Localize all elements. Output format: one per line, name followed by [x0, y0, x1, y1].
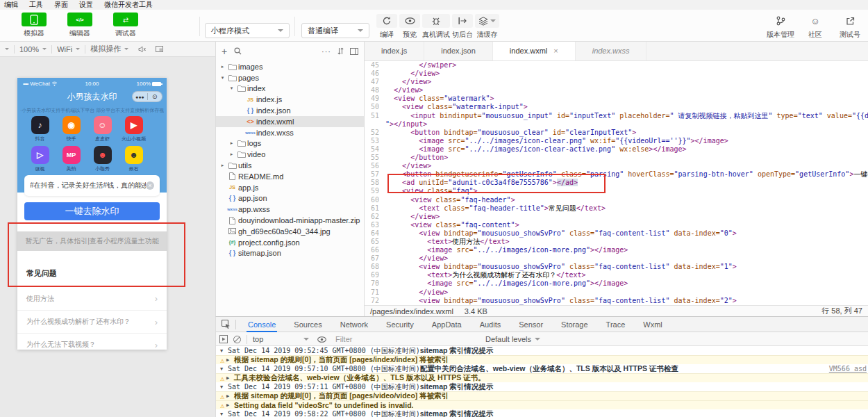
app-item[interactable]: ☺皮皮虾: [87, 116, 118, 142]
devtools-tab-security[interactable]: Security: [385, 317, 415, 332]
devtools-tab-console[interactable]: Console: [247, 317, 277, 332]
file-tree-item[interactable]: JSindex.js: [216, 94, 364, 105]
expand-icon[interactable]: ▶: [226, 402, 234, 408]
log-levels-select[interactable]: Default levels: [485, 332, 540, 346]
file-tree-item[interactable]: {#}project.config.json: [216, 237, 364, 248]
close-icon[interactable]: ×: [553, 42, 558, 60]
toolbar-button-remote-debug[interactable]: 真机调试: [422, 14, 450, 40]
toolbar-button-compile[interactable]: 编译: [376, 14, 397, 40]
app-item[interactable]: ▷微视: [24, 146, 56, 172]
toolbar-button-debugger[interactable]: ⇄调试器: [111, 13, 140, 38]
toolbar-button-version-manage[interactable]: 版本管理: [767, 14, 794, 40]
devtools-tab-storage[interactable]: Storage: [560, 317, 590, 332]
capsule-menu[interactable]: ●●● ⊙: [132, 91, 162, 102]
faq-item[interactable]: 为什么视频成功解析了还有水印？›: [17, 310, 167, 333]
video-link-input[interactable]: #在抖音，记录美好生活#钱，真的能改变生活 ×: [24, 175, 160, 196]
devtools-tab-network[interactable]: Network: [339, 317, 369, 332]
devtools-tab-wxml[interactable]: Wxml: [642, 317, 664, 332]
devtools-tab-audits[interactable]: Audits: [478, 317, 503, 332]
expand-icon[interactable]: ▶: [226, 357, 234, 363]
network-select[interactable]: WiFi: [52, 45, 85, 54]
open-panel-icon[interactable]: [350, 45, 358, 58]
add-file-icon[interactable]: +: [222, 46, 227, 57]
inspect-element-icon[interactable]: [219, 320, 233, 329]
menu-item-工具[interactable]: 工具: [29, 0, 43, 10]
toolbar-button-community[interactable]: ☺社区: [801, 14, 829, 40]
tab-index.json[interactable]: index.json: [424, 42, 493, 60]
console-log-row[interactable]: ▼Sat Dec 14 2019 09:57:10 GMT+0800 (中国标准…: [216, 364, 868, 373]
collapse-icon[interactable]: ▼: [220, 411, 228, 417]
search-icon[interactable]: [234, 45, 242, 58]
expand-icon[interactable]: ▶: [226, 375, 234, 381]
app-item[interactable]: ♪抖音: [24, 116, 56, 142]
collapse-all-icon[interactable]: [337, 45, 344, 58]
console-sidebar-icon[interactable]: [219, 332, 228, 346]
menu-item-编辑[interactable]: 编辑: [4, 0, 18, 10]
circle-close-icon[interactable]: ×: [146, 181, 154, 190]
file-tree-item[interactable]: douyindownload-miniapp-master.zip: [216, 215, 364, 226]
mute-icon[interactable]: [133, 46, 151, 53]
file-tree-item[interactable]: ▸utils: [216, 160, 364, 171]
console-warning-row[interactable]: ⚠▶根据 sitemap 的规则[0]，当前页面 [pages/index/in…: [216, 355, 868, 364]
console-warning-row[interactable]: ⚠▶根据 sitemap 的规则[0]，当前页面 [pages/video/vi…: [216, 391, 868, 400]
collapse-icon[interactable]: ▼: [220, 384, 228, 390]
source-link[interactable]: VM566 asd: [829, 365, 868, 373]
zoom-select[interactable]: 100%: [15, 45, 51, 54]
faq-item[interactable]: 使用方法›: [17, 287, 167, 310]
devtools-tab-appdata[interactable]: AppData: [431, 317, 463, 332]
menu-item-设置[interactable]: 设置: [79, 0, 93, 10]
toolbar-button-simulator[interactable]: 模拟器: [19, 13, 49, 38]
app-item[interactable]: ☻最右: [118, 146, 149, 172]
console-log-row[interactable]: ▼Sat Dec 14 2019 09:57:11 GMT+0800 (中国标准…: [216, 382, 868, 391]
code-area[interactable]: 45 </swiper>46 </view>47 </view>48 </vie…: [365, 61, 868, 305]
menu-item-界面[interactable]: 界面: [54, 0, 68, 10]
file-tree-item[interactable]: README.md: [216, 171, 364, 182]
more-icon[interactable]: ●●●: [133, 95, 147, 99]
menu-item-微信开发者工具[interactable]: 微信开发者工具: [104, 0, 153, 10]
exit-icon[interactable]: ⊙: [148, 92, 162, 101]
tab-index.wxss[interactable]: index.wxss: [576, 42, 647, 60]
float-window-icon[interactable]: [151, 46, 168, 52]
app-item[interactable]: MP美拍: [56, 146, 87, 172]
console-log-row[interactable]: ▼Sat Dec 14 2019 09:52:45 GMT+0800 (中国标准…: [216, 346, 868, 355]
tab-index.wxml[interactable]: index.wxml×: [493, 42, 576, 60]
file-tree-item[interactable]: ▸logs: [216, 138, 364, 149]
file-tree-item[interactable]: { }sitemap.json: [216, 248, 364, 259]
toolbar-button-preview[interactable]: 预览: [399, 14, 420, 40]
tab-index.js[interactable]: index.js: [365, 42, 424, 60]
simulate-action-select[interactable]: 模拟操作: [85, 44, 133, 54]
context-select[interactable]: top: [253, 332, 309, 346]
console-log-row[interactable]: ▼Sat Dec 14 2019 09:58:22 GMT+0800 (中国标准…: [216, 409, 868, 417]
toolbar-button-clear-cache[interactable]: 清缓存: [475, 14, 499, 40]
device-select[interactable]: [0, 48, 14, 50]
file-tree-item[interactable]: ▸video: [216, 149, 364, 160]
file-tree-item[interactable]: ▾pages: [216, 72, 364, 83]
toolbar-button-switch-background[interactable]: 切后台: [452, 14, 473, 40]
app-item[interactable]: ☻小咖秀: [87, 146, 118, 172]
compile-mode-select[interactable]: 普通编译: [301, 23, 369, 38]
expand-icon[interactable]: ▶: [226, 393, 234, 399]
file-tree-item[interactable]: ▾index: [216, 83, 364, 95]
clear-console-icon[interactable]: [233, 332, 241, 346]
toolbar-button-test-account[interactable]: 测试号: [836, 14, 864, 40]
faq-item[interactable]: 为什么无法下载视频？›: [17, 333, 167, 350]
app-item[interactable]: ▶火山小视频: [118, 116, 149, 142]
file-tree-item[interactable]: wxssindex.wxss: [216, 127, 364, 138]
console-warning-row[interactable]: ⚠▶Setting data field "videoSrc" to undef…: [216, 400, 868, 409]
file-tree-item[interactable]: { }index.json: [216, 105, 364, 116]
toolbar-button-editor[interactable]: </>编辑器: [65, 13, 94, 38]
file-tree-item[interactable]: gh_d69ec60a9c40_344.jpg: [216, 226, 364, 237]
more-icon[interactable]: ···: [322, 47, 331, 56]
file-tree-item[interactable]: wxssapp.wxss: [216, 204, 364, 215]
file-tree-item[interactable]: ▸images: [216, 61, 364, 72]
file-tree-item[interactable]: { }app.json: [216, 193, 364, 204]
mode-select[interactable]: 小程序模式: [205, 23, 290, 38]
devtools-tab-trace[interactable]: Trace: [605, 317, 627, 332]
collapse-icon[interactable]: ▼: [220, 366, 228, 372]
file-tree-item[interactable]: <>index.wxml: [216, 116, 364, 127]
collapse-icon[interactable]: ▼: [220, 348, 228, 354]
console-warning-row[interactable]: ⚠▶工具未校验合法域名、web-view（业务域名）、TLS 版本以及 HTTP…: [216, 373, 868, 382]
devtools-tab-sensor[interactable]: Sensor: [517, 317, 544, 332]
app-item[interactable]: ◉快手: [56, 116, 87, 142]
live-expression-eye-icon[interactable]: [317, 332, 326, 346]
